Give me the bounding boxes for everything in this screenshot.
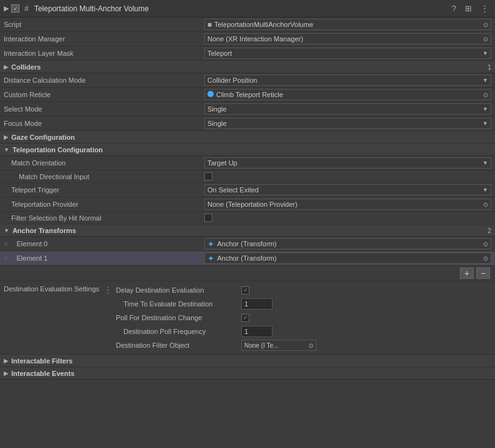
element-0-label: Element 0 bbox=[11, 240, 204, 247]
title-bar: ▶ # Teleportation Multi-Anchor Volume ? … bbox=[0, 0, 495, 18]
custom-reticle-field[interactable]: Climb Teleport Reticle ⊙ bbox=[204, 89, 491, 100]
anchor-transforms-label: Anchor Transforms bbox=[13, 227, 76, 234]
focus-mode-field[interactable]: Single ▼ bbox=[204, 118, 491, 129]
match-orientation-text: Target Up bbox=[207, 159, 237, 167]
teleport-provider-row: Teleportation Provider None (Teleportati… bbox=[0, 197, 495, 212]
dropdown-arrow: ▼ bbox=[482, 50, 488, 56]
dest-poll-freq-input[interactable] bbox=[241, 326, 273, 337]
interaction-layer-mask-text: Teleport bbox=[207, 49, 232, 57]
help-icon[interactable]: ? bbox=[449, 3, 459, 14]
element-0-field[interactable]: ✦ Anchor (Transform) ⊙ bbox=[204, 238, 491, 249]
interactable-filters-section[interactable]: ▶ Interactable Filters bbox=[0, 355, 495, 367]
colliders-label: Colliders bbox=[11, 63, 41, 71]
dest-filter-obj-field[interactable]: None (I Te... ⊙ bbox=[241, 340, 316, 351]
teleport-config-label: Teleportation Configuration bbox=[13, 146, 103, 154]
teleport-trigger-field[interactable]: On Select Exited ▼ bbox=[204, 184, 491, 195]
anchor-1-icon: ✦ bbox=[207, 254, 214, 263]
colliders-section-header[interactable]: ▶ Colliders 1 bbox=[0, 61, 495, 73]
element-0-text: Anchor (Transform) bbox=[217, 240, 483, 247]
anchor-transforms-section-header[interactable]: ▼ Anchor Transforms 2 bbox=[0, 224, 495, 237]
delay-dest-eval-row: Delay Destination Evaluation bbox=[116, 284, 491, 296]
script-field[interactable]: ◼ TeleportationMultiAnchorVolume ⊙ bbox=[204, 19, 491, 30]
dest-poll-freq-value bbox=[241, 326, 491, 337]
colliders-count: 1 bbox=[487, 63, 491, 71]
active-checkbox[interactable] bbox=[11, 4, 19, 13]
delay-dest-eval-value bbox=[241, 286, 491, 294]
dest-filter-obj-row: Destination Filter Object None (I Te... … bbox=[116, 339, 491, 352]
interaction-layer-mask-label: Interaction Layer Mask bbox=[4, 49, 204, 57]
element-1-field[interactable]: ✦ Anchor (Transform) ⊙ bbox=[204, 253, 491, 264]
delay-dest-eval-checkbox[interactable] bbox=[241, 286, 249, 294]
title-actions: ? ⊞ ⋮ bbox=[449, 3, 491, 14]
teleport-triangle: ▼ bbox=[4, 147, 9, 153]
element-1-value: ✦ Anchor (Transform) ⊙ bbox=[204, 253, 491, 264]
menu-icon[interactable]: ⋮ bbox=[478, 3, 491, 14]
dest-filter-obj-value: None (I Te... ⊙ bbox=[241, 340, 491, 351]
match-orientation-value: Target Up ▼ bbox=[204, 157, 491, 169]
script-icon: ◼ bbox=[207, 21, 212, 28]
time-to-eval-input[interactable] bbox=[241, 298, 273, 310]
teleport-provider-picker-icon[interactable]: ⊙ bbox=[483, 201, 488, 208]
add-element-button[interactable]: + bbox=[460, 268, 474, 279]
custom-reticle-row: Custom Reticle Climb Teleport Reticle ⊙ bbox=[0, 88, 495, 102]
custom-reticle-value: Climb Teleport Reticle ⊙ bbox=[204, 89, 491, 100]
reticle-picker-icon[interactable]: ⊙ bbox=[483, 91, 488, 98]
match-directional-checkbox[interactable] bbox=[204, 172, 212, 180]
teleport-provider-text: None (Teleportation Provider) bbox=[207, 201, 483, 208]
poll-for-change-label: Poll For Destination Change bbox=[116, 314, 241, 321]
interaction-manager-field[interactable]: None (XR Interaction Manager) ⊙ bbox=[204, 33, 491, 44]
match-orientation-label: Match Orientation bbox=[4, 159, 204, 167]
dest-filter-obj-text: None (I Te... bbox=[244, 342, 308, 349]
interaction-layer-mask-value: Teleport ▼ bbox=[204, 48, 491, 59]
layout-icon[interactable]: ⊞ bbox=[462, 3, 474, 14]
match-orientation-field[interactable]: Target Up ▼ bbox=[204, 157, 491, 169]
interaction-manager-picker-icon[interactable]: ⊙ bbox=[483, 36, 488, 43]
object-picker-icon[interactable]: ⊙ bbox=[483, 21, 488, 28]
teleport-trigger-value: On Select Exited ▼ bbox=[204, 184, 491, 195]
dest-eval-section: Destination Evaluation Settings ⋮ Delay … bbox=[0, 281, 495, 355]
element-0-picker[interactable]: ⊙ bbox=[483, 241, 488, 247]
remove-element-button[interactable]: − bbox=[476, 268, 490, 279]
dest-fields: Delay Destination Evaluation Time To Eva… bbox=[116, 284, 491, 352]
teleport-provider-field[interactable]: None (Teleportation Provider) ⊙ bbox=[204, 199, 491, 210]
element-0-handle: ≡ bbox=[4, 240, 8, 247]
dest-filter-picker[interactable]: ⊙ bbox=[308, 342, 313, 349]
anchor-transforms-count: 2 bbox=[487, 227, 491, 234]
focus-mode-row: Focus Mode Single ▼ bbox=[0, 117, 495, 131]
dest-poll-freq-label: Destination Poll Frequency bbox=[116, 328, 241, 335]
focus-mode-label: Focus Mode bbox=[4, 120, 204, 127]
filter-selection-label: Filter Selection By Hit Normal bbox=[4, 214, 204, 222]
poll-for-change-checkbox[interactable] bbox=[241, 314, 249, 322]
focus-mode-text: Single bbox=[207, 120, 227, 127]
filter-selection-row: Filter Selection By Hit Normal bbox=[0, 212, 495, 224]
teleport-provider-label: Teleportation Provider bbox=[4, 201, 204, 208]
focus-mode-value: Single ▼ bbox=[204, 118, 491, 129]
element-1-handle: ≡ bbox=[4, 254, 8, 262]
component-title: Teleportation Multi-Anchor Volume bbox=[34, 4, 446, 13]
match-directional-row: Match Directional Input bbox=[0, 170, 495, 183]
select-mode-value: Single ▼ bbox=[204, 103, 491, 115]
element-1-text: Anchor (Transform) bbox=[217, 254, 483, 262]
teleport-config-section-header[interactable]: ▼ Teleportation Configuration bbox=[0, 143, 495, 156]
dest-dots-icon[interactable]: ⋮ bbox=[104, 284, 112, 294]
interaction-layer-mask-row: Interaction Layer Mask Teleport ▼ bbox=[0, 46, 495, 61]
interaction-manager-row: Interaction Manager None (XR Interaction… bbox=[0, 32, 495, 46]
expand-icon[interactable]: ▶ bbox=[4, 4, 9, 13]
dropdown-arrow: ▼ bbox=[482, 120, 488, 127]
delay-dest-eval-label: Delay Destination Evaluation bbox=[116, 286, 241, 294]
script-row: Script ◼ TeleportationMultiAnchorVolume … bbox=[0, 18, 495, 32]
select-mode-field[interactable]: Single ▼ bbox=[204, 103, 491, 115]
filters-triangle: ▶ bbox=[4, 358, 8, 364]
poll-for-change-value bbox=[241, 314, 491, 322]
interaction-layer-mask-field[interactable]: Teleport ▼ bbox=[204, 48, 491, 59]
teleport-trigger-row: Teleport Trigger On Select Exited ▼ bbox=[0, 183, 495, 197]
filter-selection-checkbox[interactable] bbox=[204, 214, 212, 222]
interactable-events-section[interactable]: ▶ Interactable Events bbox=[0, 367, 495, 380]
interactable-filters-label: Interactable Filters bbox=[11, 357, 73, 365]
interaction-manager-label: Interaction Manager bbox=[4, 35, 204, 43]
element-0-value: ✦ Anchor (Transform) ⊙ bbox=[204, 238, 491, 249]
gaze-config-section-header[interactable]: ▶ Gaze Configuration bbox=[0, 131, 495, 143]
dropdown-arrow: ▼ bbox=[482, 77, 488, 83]
distance-calc-mode-field[interactable]: Collider Position ▼ bbox=[204, 75, 491, 86]
element-1-picker[interactable]: ⊙ bbox=[483, 255, 488, 262]
